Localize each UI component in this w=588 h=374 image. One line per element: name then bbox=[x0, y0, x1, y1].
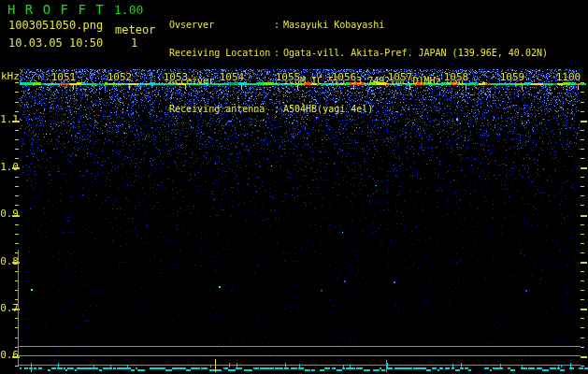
info-separator: : bbox=[274, 49, 283, 58]
time-tick-label: 1100 bbox=[554, 72, 582, 82]
datetime-label: 10.03.05 10:50 bbox=[8, 36, 103, 50]
time-tick-label: 1058 bbox=[442, 72, 470, 82]
freq-tick-label: 0.8 bbox=[0, 256, 19, 267]
output-filename: 1003051050.png bbox=[8, 19, 103, 32]
info-separator: : bbox=[274, 21, 283, 30]
freq-tick-label: 0.9 bbox=[0, 209, 19, 220]
info-row-antenna: Receiving antenna:A504HB(yagi 4el) bbox=[169, 105, 548, 114]
time-tick-label: 1053 bbox=[162, 72, 190, 82]
mode-label: meteor bbox=[115, 23, 155, 36]
info-value: Masayuki Kobayashi bbox=[283, 21, 384, 30]
freq-tick-label: 1.1 bbox=[0, 114, 19, 125]
freq-tick-label: 1.0 bbox=[0, 162, 19, 173]
info-label: Receiving Location bbox=[169, 49, 274, 58]
time-tick-label: 1052 bbox=[106, 72, 134, 82]
freq-tick-label: 0.7 bbox=[0, 303, 19, 314]
time-tick-label: 1051 bbox=[50, 72, 78, 82]
info-value: Ogata-vill. Akita-Pref. JAPAN (139.96E, … bbox=[283, 49, 548, 58]
y-axis-unit-label: kHz bbox=[1, 70, 20, 82]
time-tick-label: 1054 bbox=[218, 72, 246, 82]
count-value: 1 bbox=[131, 36, 137, 50]
app-version: 1.00 bbox=[114, 3, 143, 17]
info-row-location: Receiving Location:Ogata-vill. Akita-Pre… bbox=[169, 49, 548, 58]
time-tick-label: 1059 bbox=[498, 72, 526, 82]
info-value: ICOM IC-575 53.7492(@LCD)MHz USB bbox=[283, 77, 464, 86]
app-title: H R O F F T bbox=[7, 2, 105, 17]
info-row-observer: Ovserver:Masayuki Kobayashi bbox=[169, 21, 548, 30]
station-info: Ovserver:Masayuki Kobayashi Receiving Lo… bbox=[169, 2, 548, 133]
time-tick-label: 1057 bbox=[386, 72, 414, 82]
info-separator: : bbox=[274, 105, 283, 114]
freq-tick-label: 0.6 bbox=[0, 350, 19, 361]
hrofft-screen: H R O F F T 1.00 1003051050.png meteor 1… bbox=[0, 0, 588, 374]
info-label: Ovserver bbox=[169, 21, 274, 30]
time-tick-label: 1056 bbox=[330, 72, 358, 82]
info-value: A504HB(yagi 4el) bbox=[283, 105, 373, 114]
time-tick-label: 1055 bbox=[274, 72, 302, 82]
info-label: Receiving antenna bbox=[169, 105, 274, 114]
